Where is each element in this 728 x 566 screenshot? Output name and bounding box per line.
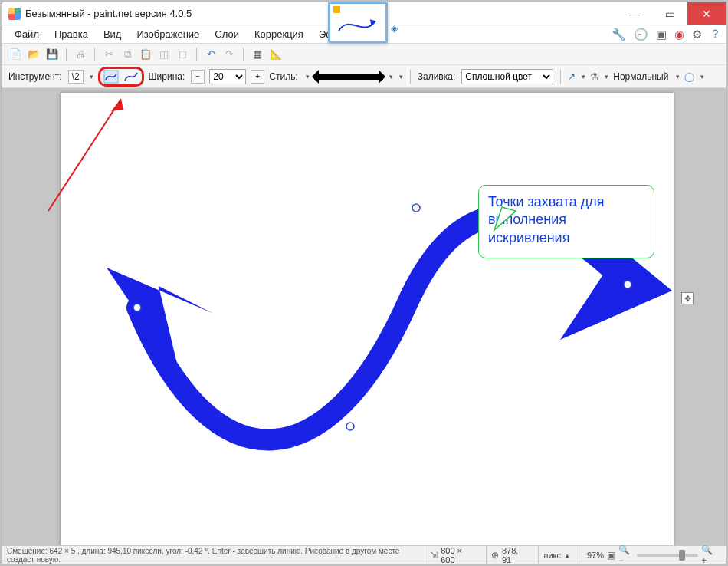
blend-mode-label[interactable]: Нормальный [613, 71, 670, 82]
width-label: Ширина: [149, 71, 187, 82]
workspace: Точки захвата для выполнения искривления… [2, 88, 726, 545]
app-window: Безымянный - paint.net версия 4.0.5 — ▭ … [2, 2, 726, 564]
svg-marker-2 [111, 99, 123, 111]
status-cursor: ⊕ 878, 91 [486, 546, 530, 564]
zoom-in-icon[interactable]: 🔍+ [701, 545, 717, 566]
spline-tool-icon[interactable] [103, 70, 119, 84]
antialias-icon[interactable]: ↗ [568, 71, 576, 82]
cursor-pos-icon: ⊕ [491, 550, 499, 561]
document-thumbnail[interactable] [328, 2, 388, 43]
curve-handle[interactable] [624, 281, 631, 288]
tool-icon[interactable]: 🔧 [612, 28, 626, 41]
curve-handle[interactable] [346, 423, 354, 430]
move-handle-icon[interactable]: ✥ [681, 292, 694, 304]
right-tool-icons: 🔧 🕘 ▣ ◉ ⚙ ？ [612, 25, 721, 43]
chevron-down-icon[interactable]: ▾ [399, 73, 403, 81]
help-icon[interactable]: ？ [710, 27, 721, 41]
sphere-icon[interactable]: ◯ [684, 71, 694, 82]
menu-layers[interactable]: Слои [207, 26, 247, 42]
window-controls: — ▭ ✕ [617, 2, 726, 25]
line-style-preview[interactable] [314, 74, 383, 80]
chevron-up-icon: ▴ [566, 551, 569, 559]
statusbar: Смещение: 642 × 5 , длина: 945,10 пиксел… [2, 545, 726, 564]
blend-icon[interactable]: ⚗ [590, 71, 598, 82]
cut-icon[interactable]: ✂ [102, 48, 116, 61]
undo-icon[interactable]: ↶ [204, 48, 218, 61]
minimize-button[interactable]: — [617, 2, 652, 25]
save-icon[interactable]: 💾 [45, 48, 59, 61]
chevron-down-icon[interactable]: ▾ [90, 73, 93, 81]
instrument-label: Инструмент: [8, 71, 64, 82]
annotation-callout: Точки захвата для выполнения искривления [478, 185, 654, 258]
menu-edit[interactable]: Правка [47, 26, 96, 42]
tool-options-bar: Инструмент: \2 ▾ Ширина: − 20 + Стиль: ▾… [2, 65, 726, 88]
redo-icon[interactable]: ↷ [222, 48, 236, 61]
deselect-icon[interactable]: ◻ [175, 48, 189, 61]
print-icon[interactable]: 🖨 [74, 48, 87, 61]
open-file-icon[interactable]: 📂 [27, 48, 41, 61]
style-label: Стиль: [269, 71, 299, 82]
fill-select[interactable]: Сплошной цвет [461, 69, 553, 84]
copy-icon[interactable]: ⧉ [120, 48, 134, 61]
svg-line-1 [48, 99, 121, 211]
thumbnail-pin-icon[interactable]: ◈ [391, 23, 398, 34]
zoom-slider[interactable] [637, 554, 699, 557]
width-select[interactable]: 20 [209, 69, 246, 84]
new-file-icon[interactable]: 📄 [8, 48, 22, 61]
menu-file[interactable]: Файл [7, 26, 47, 42]
main-toolbar: 📄 📂 💾 🖨 ✂ ⧉ 📋 ◫ ◻ ↶ ↷ ▦ 📐 [2, 44, 726, 65]
width-dec-button[interactable]: − [191, 70, 205, 84]
layers-icon[interactable]: ▣ [656, 28, 667, 41]
fit-screen-icon[interactable]: ▣ [607, 550, 615, 561]
instrument-value[interactable]: \2 [68, 70, 84, 84]
menu-view[interactable]: Вид [96, 26, 130, 42]
status-unit[interactable]: пикс ▴ [538, 546, 574, 564]
annotation-arrow [2, 88, 156, 242]
bezier-tool-icon[interactable] [123, 70, 139, 84]
menu-adjustments[interactable]: Коррекция [247, 26, 311, 42]
curve-handle[interactable] [133, 304, 141, 311]
window-title: Безымянный - paint.net версия 4.0.5 [25, 8, 617, 19]
curve-handle[interactable] [412, 204, 420, 212]
app-icon [8, 8, 21, 20]
gear-icon[interactable]: ⚙ [692, 28, 702, 41]
status-zoom: 97% ▣ 🔍− 🔍+ [582, 546, 721, 564]
grid-icon[interactable]: ▦ [251, 48, 264, 61]
line-curve-tool-highlight [98, 67, 144, 87]
status-hint: Смещение: 642 × 5 , длина: 945,10 пиксел… [7, 547, 409, 564]
close-button[interactable]: ✕ [687, 2, 726, 25]
status-dimensions: ⇲ 800 × 600 [425, 546, 478, 564]
fill-label: Заливка: [418, 71, 457, 82]
dimensions-icon: ⇲ [430, 550, 438, 561]
zoom-out-icon[interactable]: 🔍− [618, 545, 634, 566]
palette-icon[interactable]: ◉ [674, 28, 684, 41]
paste-icon[interactable]: 📋 [139, 48, 152, 61]
clock-icon[interactable]: 🕘 [634, 28, 648, 41]
menu-image[interactable]: Изображение [129, 26, 207, 42]
width-inc-button[interactable]: + [251, 70, 264, 84]
maximize-button[interactable]: ▭ [652, 2, 687, 25]
ruler-icon[interactable]: 📐 [269, 48, 283, 61]
crop-icon[interactable]: ◫ [157, 48, 171, 61]
